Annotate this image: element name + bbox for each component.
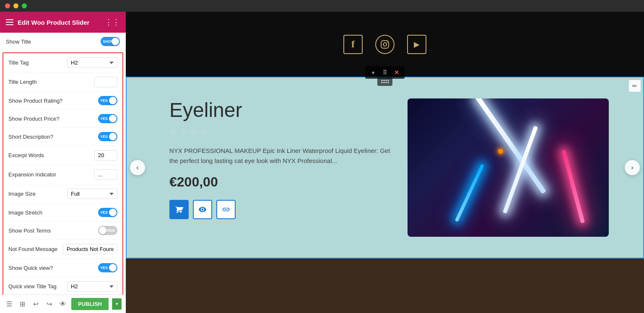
grid-icon[interactable]: ⋮⋮ bbox=[105, 18, 120, 27]
expansion-indicator-input[interactable] bbox=[94, 169, 117, 180]
sidebar-header-left: Edit Woo Product Slider bbox=[6, 19, 89, 26]
field-row-show-post-terms: Show Post Terms HIDE bbox=[3, 222, 122, 240]
facebook-icon[interactable]: f bbox=[343, 35, 363, 54]
title-length-input[interactable] bbox=[94, 77, 117, 87]
neon-blue-stick bbox=[455, 163, 485, 222]
redo-icon[interactable]: ↪ bbox=[44, 298, 55, 310]
svg-point-6 bbox=[388, 80, 389, 81]
field-row-quick-view-title-tag: Quick view Title Tag H2H1H3 bbox=[3, 277, 122, 296]
show-title-label: Show Title bbox=[6, 39, 101, 45]
show-post-terms-toggle[interactable]: HIDE bbox=[98, 226, 117, 235]
field-row-excerpt-words: Excerpt Words bbox=[3, 146, 122, 165]
layers2-icon[interactable]: ⊞ bbox=[18, 298, 28, 310]
sidebar: Edit Woo Product Slider ⋮⋮ Show Title SH… bbox=[0, 12, 126, 313]
red-section: Title Tag H2H1H3H4 Title Length Show Pro… bbox=[3, 52, 123, 297]
quick-view-button[interactable] bbox=[193, 200, 212, 219]
svg-point-3 bbox=[382, 80, 383, 81]
product-stars: ☆ ☆ ☆ ☆ bbox=[169, 127, 395, 137]
eye-icon[interactable]: 👁 bbox=[58, 298, 68, 310]
sidebar-toolbar: ☰ ⊞ ↩ ↪ 👁 PUBLISH ▾ bbox=[0, 295, 126, 313]
traffic-light-red[interactable] bbox=[5, 3, 10, 8]
not-found-message-input[interactable] bbox=[63, 244, 117, 254]
svg-point-10 bbox=[388, 82, 389, 83]
widget-drag-handle[interactable] bbox=[377, 78, 392, 86]
image-size-select[interactable]: FullMediumThumbnailLarge bbox=[67, 189, 117, 199]
publish-arrow-button[interactable]: ▾ bbox=[112, 298, 122, 310]
product-rating-label: Show Product Rating? bbox=[8, 98, 98, 104]
product-info: Eyeliner ☆ ☆ ☆ ☆ NYX PROFESSIONAL MAKEUP… bbox=[169, 98, 395, 219]
field-row-product-rating: Show Product Rating? YES bbox=[3, 92, 122, 110]
field-row-product-price: Show Product Price? YES bbox=[3, 110, 122, 128]
short-description-label: Short Description? bbox=[8, 134, 98, 140]
image-stretch-knob bbox=[109, 209, 117, 216]
show-title-row: Show Title SHOW bbox=[0, 33, 126, 51]
neon-image bbox=[408, 98, 609, 237]
title-length-label: Title Length bbox=[8, 79, 94, 85]
move-widget-btn[interactable]: ⠿ bbox=[380, 68, 390, 77]
product-image: ✏ bbox=[408, 98, 609, 237]
share-button[interactable] bbox=[216, 200, 236, 219]
slider-next-button[interactable]: › bbox=[625, 160, 640, 175]
slider-prev-button[interactable]: ‹ bbox=[130, 160, 145, 175]
quick-view-title-tag-label: Quick view Title Tag bbox=[8, 283, 67, 290]
instagram-icon[interactable] bbox=[375, 35, 395, 54]
title-tag-select[interactable]: H2H1H3H4 bbox=[67, 57, 117, 68]
image-stretch-toggle-label: YES bbox=[100, 210, 108, 215]
top-black-bar: f ▶ + ⠿ ✕ bbox=[126, 12, 644, 77]
show-title-toggle[interactable]: SHOW bbox=[101, 37, 120, 46]
image-size-label: Image Size bbox=[8, 191, 67, 197]
image-stretch-label: Image Stretch bbox=[8, 210, 98, 216]
sidebar-scroll: Show Title SHOW Title Tag H2H1H3H4 Tit bbox=[0, 33, 126, 313]
show-post-terms-toggle-label: HIDE bbox=[106, 228, 115, 233]
add-to-cart-button[interactable] bbox=[169, 200, 189, 219]
field-row-title-tag: Title Tag H2H1H3H4 bbox=[3, 53, 122, 72]
undo-icon[interactable]: ↩ bbox=[31, 298, 41, 310]
quick-view-toggle-label: YES bbox=[100, 266, 108, 270]
not-found-message-label: Not Found Message bbox=[8, 246, 63, 252]
slider-wrapper: ‹ Eyeliner ☆ ☆ ☆ ☆ NYX PROFESSIONAL MAKE… bbox=[126, 77, 644, 259]
main-content: f ▶ + ⠿ ✕ bbox=[126, 12, 644, 313]
traffic-light-green[interactable] bbox=[22, 3, 27, 8]
youtube-icon[interactable]: ▶ bbox=[407, 35, 426, 54]
close-widget-btn[interactable]: ✕ bbox=[392, 68, 401, 77]
product-title: Eyeliner bbox=[169, 98, 395, 122]
product-price-toggle[interactable]: YES bbox=[98, 114, 117, 123]
quick-view-title-tag-select[interactable]: H2H1H3 bbox=[67, 281, 117, 292]
svg-point-1 bbox=[383, 43, 387, 46]
add-widget-btn[interactable]: + bbox=[369, 68, 378, 77]
show-post-terms-knob bbox=[99, 227, 106, 234]
show-post-terms-label: Show Post Terms bbox=[8, 228, 98, 234]
quick-view-toggle[interactable]: YES bbox=[98, 263, 117, 272]
short-description-knob bbox=[109, 133, 117, 140]
sidebar-title: Edit Woo Product Slider bbox=[18, 19, 89, 26]
svg-point-7 bbox=[382, 82, 383, 83]
layers-icon[interactable]: ☰ bbox=[4, 298, 14, 310]
neon-white-stick bbox=[475, 98, 546, 194]
product-price-knob bbox=[109, 115, 117, 122]
hamburger-icon[interactable] bbox=[6, 19, 13, 25]
image-stretch-toggle[interactable]: YES bbox=[98, 208, 117, 217]
svg-point-4 bbox=[384, 80, 385, 81]
app-body: Edit Woo Product Slider ⋮⋮ Show Title SH… bbox=[0, 12, 644, 313]
field-row-short-description: Short Description? YES bbox=[3, 128, 122, 146]
excerpt-words-label: Excerpt Words bbox=[8, 152, 94, 158]
product-price: €200,00 bbox=[169, 174, 395, 190]
quick-view-knob bbox=[109, 264, 117, 272]
product-rating-toggle-label: YES bbox=[100, 98, 108, 103]
product-card: Eyeliner ☆ ☆ ☆ ☆ NYX PROFESSIONAL MAKEUP… bbox=[148, 86, 621, 249]
excerpt-words-input[interactable] bbox=[94, 150, 117, 160]
field-row-quick-view: Show Quick view? YES bbox=[3, 259, 122, 277]
title-bar bbox=[0, 0, 644, 12]
footer-section bbox=[126, 259, 644, 313]
product-rating-toggle[interactable]: YES bbox=[98, 96, 117, 105]
publish-button[interactable]: PUBLISH bbox=[71, 298, 109, 310]
short-description-toggle[interactable]: YES bbox=[98, 132, 117, 141]
product-description: NYX PROFESSIONAL MAKEUP Epic Ink Liner W… bbox=[169, 146, 395, 166]
field-row-image-size: Image Size FullMediumThumbnailLarge bbox=[3, 184, 122, 204]
traffic-light-yellow[interactable] bbox=[13, 3, 18, 8]
svg-point-5 bbox=[386, 80, 387, 81]
field-row-title-length: Title Length bbox=[3, 72, 122, 92]
product-rating-knob bbox=[109, 97, 117, 104]
quick-view-label: Show Quick view? bbox=[8, 265, 98, 271]
show-title-toggle-knob bbox=[112, 38, 119, 45]
